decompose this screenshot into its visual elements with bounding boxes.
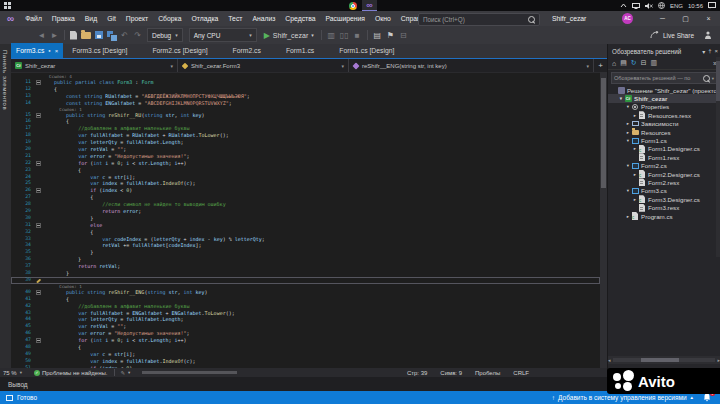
- menu-item[interactable]: Тест: [223, 15, 247, 22]
- solution-vertical-scrollbar[interactable]: [716, 57, 720, 257]
- code-line[interactable]: 20 var retVal = "";: [11, 146, 600, 153]
- code-line[interactable]: 33 var codeIndex = (letterQty + index - …: [11, 236, 600, 243]
- code-line[interactable]: 26 if (index < 0): [11, 187, 600, 194]
- find-in-files-icon[interactable]: ▤: [372, 29, 383, 41]
- code-line[interactable]: 11 public partial class Form3 : Form: [11, 79, 600, 86]
- visual-studio-taskbar-icon[interactable]: ∞: [362, 0, 377, 11]
- scroll-left-icon[interactable]: ◂: [608, 357, 611, 363]
- menu-item[interactable]: Проект: [121, 15, 153, 22]
- network-globe-icon[interactable]: [658, 2, 665, 9]
- menu-item[interactable]: Правка: [47, 15, 80, 22]
- scrollbar-thumb[interactable]: [716, 61, 720, 101]
- code-line[interactable]: 39: [11, 277, 600, 284]
- code-line[interactable]: 15 public string reShifr__RU(string str,…: [11, 112, 600, 119]
- windows-start-icon[interactable]: [4, 2, 11, 9]
- tree-item[interactable]: ▸CForm1.Designer.cs: [608, 145, 720, 153]
- clock[interactable]: 10:56: [688, 3, 703, 9]
- tree-item[interactable]: ▸Resources.resx: [608, 111, 720, 119]
- tree-item[interactable]: ▸CForm3.Designer.cs: [608, 195, 720, 203]
- new-file-icon[interactable]: [70, 31, 77, 40]
- code-line[interactable]: 17 //добавляем в алфавит маленькие буквы: [11, 125, 600, 132]
- document-tab[interactable]: Form3.cs●×: [11, 43, 63, 58]
- tree-item[interactable]: ▾Properties: [608, 103, 720, 111]
- tree-item[interactable]: ▸CProgram.cs: [608, 212, 720, 220]
- switch-views-icon[interactable]: ▤: [620, 59, 627, 67]
- live-share-icon[interactable]: [650, 31, 659, 39]
- code-line[interactable]: 50 var index = fullAlfabet.IndexOf(c);: [11, 358, 600, 365]
- solution-search-box[interactable]: Обозреватель решений — по ▾: [611, 72, 717, 84]
- split-window-button[interactable]: +: [594, 59, 607, 72]
- notifications-bell[interactable]: 1: [703, 393, 713, 403]
- hot-reload-icon[interactable]: ▥: [326, 29, 337, 41]
- eol-indicator[interactable]: CRLF: [513, 370, 529, 376]
- menu-item[interactable]: Анализ: [247, 15, 280, 22]
- code-line[interactable]: 24 var c = str[i];: [11, 174, 600, 181]
- panel-menu-icon[interactable]: ▾: [702, 48, 705, 55]
- tree-item[interactable]: Решение "Shifr_cezar" (проектов: 1: [608, 86, 720, 94]
- code-line[interactable]: 19 var letterQty = fullAlfabet.Length;: [11, 139, 600, 146]
- fold-icon[interactable]: [34, 290, 42, 295]
- bookmark-icon[interactable]: ⚑: [385, 29, 396, 41]
- chrome-taskbar-icon[interactable]: [345, 0, 360, 11]
- feedback-icon[interactable]: [704, 31, 712, 39]
- account-avatar[interactable]: АС: [622, 13, 633, 24]
- code-line[interactable]: 29 return error;: [11, 208, 600, 215]
- quick-search-box[interactable]: Поиск (Ctrl+Q): [418, 13, 540, 26]
- code-line[interactable]: 32 {: [11, 229, 600, 236]
- code-line[interactable]: 27 {: [11, 194, 600, 201]
- fold-icon[interactable]: [34, 161, 42, 166]
- editor-horizontal-scrollbar[interactable]: [142, 371, 237, 374]
- document-tab[interactable]: Form2.cs [Design]: [147, 43, 212, 58]
- pause-icon[interactable]: ▯▯: [339, 29, 350, 41]
- show-all-files-icon[interactable]: ▥: [651, 59, 658, 67]
- restore-layout-icon[interactable]: [6, 395, 13, 401]
- close-panel-icon[interactable]: ×: [714, 48, 718, 55]
- document-tab[interactable]: Form1.cs [Design]: [334, 43, 399, 58]
- tree-item[interactable]: ▸CForm2.Designer.cs: [608, 170, 720, 178]
- chevron-up-icon[interactable]: [620, 3, 627, 8]
- save-icon[interactable]: [95, 31, 103, 39]
- code-line[interactable]: 28 //если символ не найден то выводим ош…: [11, 201, 600, 208]
- spaces-indicator[interactable]: Пробелы: [475, 370, 500, 376]
- undo-icon[interactable]: ↶: [119, 29, 130, 41]
- fold-icon[interactable]: [34, 338, 42, 343]
- code-line[interactable]: 44 var letterQty = fullAlfabet.Length;: [11, 316, 600, 323]
- tree-item[interactable]: ▾Form3.cs: [608, 187, 720, 195]
- fold-icon[interactable]: [34, 80, 42, 85]
- tree-item[interactable]: Form3.resx: [608, 203, 720, 211]
- pin-icon[interactable]: †: [708, 48, 711, 55]
- tree-item[interactable]: Form2.resx: [608, 178, 720, 186]
- code-line[interactable]: 22 for (int i = 0; i < str.Length; i++): [11, 160, 600, 167]
- stop-icon[interactable]: ■: [352, 29, 363, 41]
- refresh-icon[interactable]: ↻: [631, 59, 637, 67]
- start-debugging-button[interactable]: ▶ Shifr_cezar ▾: [264, 31, 314, 40]
- code-line[interactable]: 21 var error = "Недопустимые значения!";: [11, 153, 600, 160]
- code-line[interactable]: 31 else: [11, 222, 600, 229]
- code-line[interactable]: 38 }: [11, 270, 600, 277]
- solution-explorer-header[interactable]: Обозреватель решений ▾ † ×: [608, 44, 720, 57]
- redo-icon[interactable]: ↷: [132, 29, 143, 41]
- code-line[interactable]: 47 for (int i = 0; i < str.Length; i++): [11, 337, 600, 344]
- code-line[interactable]: 42 //добавляем в алфавит маленькие буквы: [11, 303, 600, 310]
- document-tab[interactable]: Form3.cs [Design]: [67, 43, 132, 58]
- menu-item[interactable]: Расширения: [320, 15, 370, 22]
- line-indicator[interactable]: Стр: 39: [407, 370, 427, 376]
- menu-item[interactable]: Git: [102, 15, 121, 22]
- menu-item[interactable]: Отладка: [186, 15, 223, 22]
- code-line[interactable]: 16 {: [11, 118, 600, 125]
- source-control-action[interactable]: ↑ Добавить в систему управления версиями…: [552, 394, 694, 401]
- navigate-forward-icon[interactable]: ►: [49, 29, 60, 41]
- code-line[interactable]: 13 const string RUalfabet = "АБВГДЕЁЖЗИЙ…: [11, 93, 600, 100]
- code-line[interactable]: 45 var retVal = "";: [11, 323, 600, 330]
- tree-item[interactable]: Form1.resx: [608, 153, 720, 161]
- document-tab[interactable]: Form1.cs: [281, 43, 319, 58]
- code-line[interactable]: 36 }: [11, 256, 600, 263]
- collapse-all-icon[interactable]: ⊟: [641, 59, 647, 67]
- code-line[interactable]: 34 retVal += fullAlfabet[codeIndex];: [11, 242, 600, 249]
- code-line[interactable]: 43 var fullAlfabet = ENGalfabet + ENGalf…: [11, 310, 600, 317]
- code-line[interactable]: 48 {: [11, 344, 600, 351]
- code-line[interactable]: 18 var fullAlfabet = RUalfabet + RUalfab…: [11, 132, 600, 139]
- column-indicator[interactable]: Симв: 9: [440, 370, 462, 376]
- close-tab-icon[interactable]: ×: [55, 48, 59, 54]
- live-share-label[interactable]: Live Share: [663, 32, 694, 39]
